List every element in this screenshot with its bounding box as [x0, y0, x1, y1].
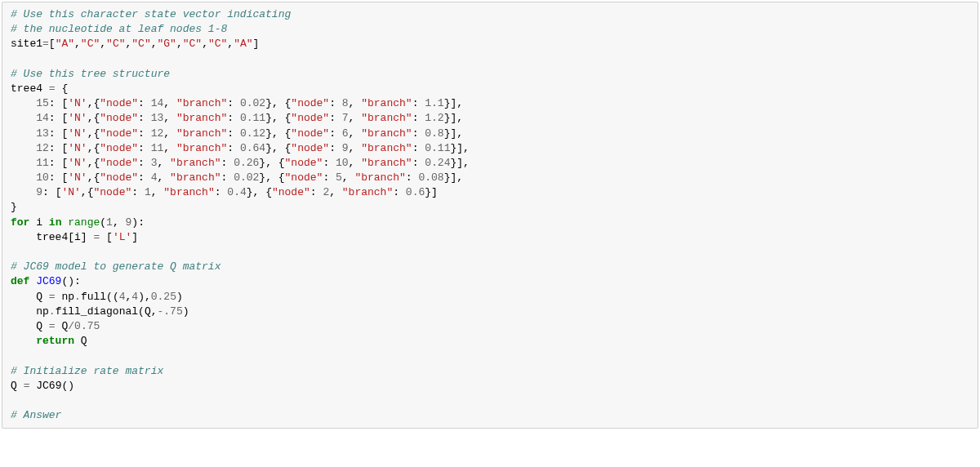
number: 0.11	[240, 112, 265, 124]
keyword-in: in	[49, 216, 62, 229]
string-literal: "C"	[106, 38, 125, 50]
dict-key: 10	[36, 171, 49, 184]
number: 5	[336, 171, 342, 184]
string-literal: 'N'	[68, 171, 87, 184]
string-literal: 'L'	[113, 231, 131, 243]
dict-key: 9	[36, 186, 42, 198]
number: 0.8	[425, 127, 443, 140]
variable: Q	[36, 320, 42, 332]
string-literal: "node"	[100, 142, 138, 154]
number: 2	[323, 186, 329, 198]
number: 1.2	[425, 112, 443, 124]
variable: i	[36, 216, 42, 229]
variable: i	[74, 231, 81, 243]
number: 10	[336, 157, 349, 169]
variable: Q	[11, 380, 17, 392]
comment-line: # the nucleotide at leaf nodes 1-8	[11, 23, 227, 35]
string-literal: "branch"	[361, 112, 412, 124]
string-literal: "node"	[100, 97, 138, 109]
number: 0.26	[234, 157, 259, 169]
variable: tree4	[11, 82, 42, 95]
comment-line: # Use this character state vector indica…	[11, 8, 291, 20]
comment-line: # Initialize rate matrix	[11, 365, 163, 377]
string-literal: "branch"	[176, 112, 227, 124]
string-literal: "C"	[208, 38, 227, 50]
number: 11	[151, 142, 164, 154]
dict-key: 15	[36, 97, 49, 109]
keyword-def: def	[11, 275, 29, 287]
dict-key: 14	[36, 112, 49, 124]
string-literal: "A"	[56, 38, 74, 50]
number: 0.08	[418, 171, 443, 184]
string-literal: 'N'	[61, 186, 80, 198]
number: 4	[151, 171, 158, 184]
number: 0.6	[406, 186, 425, 198]
number: 1.1	[425, 97, 443, 109]
string-literal: "node"	[100, 127, 138, 140]
number: 1	[106, 216, 113, 229]
number: 1	[145, 186, 151, 198]
string-literal: "node"	[272, 186, 310, 198]
method: full	[81, 291, 106, 303]
comment-line: # JC69 model to generate Q matrix	[11, 260, 220, 273]
number: 4	[131, 291, 138, 303]
function-name: JC69	[36, 275, 61, 287]
string-literal: "A"	[234, 38, 252, 50]
comment-line: # Answer	[11, 409, 61, 421]
string-literal: "branch"	[163, 186, 214, 198]
number: 3	[151, 157, 158, 169]
string-literal: "node"	[100, 157, 138, 169]
string-literal: "C"	[81, 38, 100, 50]
string-literal: 'N'	[68, 157, 87, 169]
string-literal: "branch"	[170, 157, 220, 169]
string-literal: 'N'	[68, 97, 87, 109]
number: 14	[151, 97, 164, 109]
string-literal: "branch"	[354, 171, 405, 184]
variable: site1	[11, 38, 42, 50]
code-cell: # Use this character state vector indica…	[2, 2, 978, 429]
string-literal: "G"	[158, 38, 176, 50]
string-literal: "node"	[285, 157, 323, 169]
string-literal: "node"	[291, 97, 329, 109]
number: 0.24	[425, 157, 450, 169]
string-literal: "node"	[291, 112, 329, 124]
string-literal: "branch"	[176, 127, 227, 140]
variable: tree4	[36, 231, 68, 243]
string-literal: "node"	[285, 171, 323, 184]
string-literal: "node"	[93, 186, 131, 198]
string-literal: "branch"	[176, 142, 227, 154]
number: .75	[163, 305, 182, 318]
number: 0.64	[240, 142, 265, 154]
number: 12	[151, 127, 164, 140]
string-literal: "node"	[100, 171, 138, 184]
number: 0.4	[227, 186, 246, 198]
number: 13	[151, 112, 164, 124]
number: 0.02	[240, 97, 265, 109]
string-literal: "branch"	[176, 97, 227, 109]
string-literal: "C"	[131, 38, 150, 50]
number: 0.11	[425, 142, 450, 154]
number: 0.02	[234, 171, 259, 184]
dict-key: 12	[36, 142, 49, 154]
keyword-for: for	[11, 216, 29, 229]
module: np	[61, 291, 74, 303]
variable: Q	[36, 291, 42, 303]
string-literal: "branch"	[170, 171, 220, 184]
string-literal: "branch"	[342, 186, 393, 198]
string-literal: "branch"	[361, 97, 412, 109]
number: 0.12	[240, 127, 265, 140]
number: 4	[119, 291, 126, 303]
dict-key: 11	[36, 157, 49, 169]
variable: Q	[81, 335, 87, 347]
string-literal: "branch"	[361, 157, 412, 169]
string-literal: "node"	[291, 142, 329, 154]
string-literal: "node"	[291, 127, 329, 140]
number: 9	[126, 216, 132, 229]
string-literal: "branch"	[361, 127, 412, 140]
method: fill_diagonal	[56, 305, 138, 318]
string-literal: 'N'	[68, 127, 87, 140]
keyword-return: return	[36, 335, 74, 347]
function-call: JC69	[36, 380, 61, 392]
number: 7	[342, 112, 349, 124]
number: 6	[342, 127, 349, 140]
